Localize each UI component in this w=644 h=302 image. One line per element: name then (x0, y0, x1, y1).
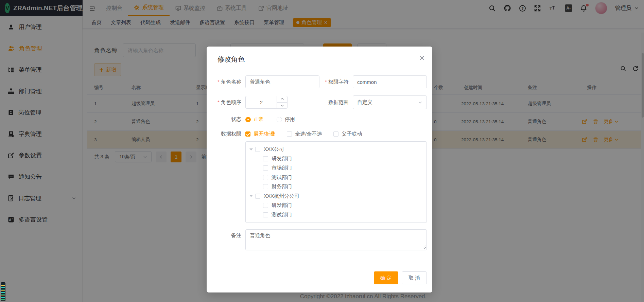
checkbox-icon[interactable] (263, 212, 268, 217)
checkbox-icon[interactable] (255, 194, 260, 199)
dialog-title: 修改角色 (212, 55, 427, 64)
checkbox-icon[interactable] (263, 175, 268, 180)
checkbox-icon (333, 131, 338, 137)
chevron-down-icon (418, 100, 422, 105)
remark-field-label: 备注 (212, 229, 245, 239)
stepper-up-icon[interactable] (277, 96, 287, 103)
tree-node-dept[interactable]: 测试部门 (246, 173, 427, 182)
edit-role-form: 角色名称 权限字符 角色顺序 2 数据范围 (212, 75, 427, 250)
role-name-input[interactable] (245, 75, 319, 88)
data-scope-field-label: 数据范围 (324, 99, 353, 106)
confirm-button[interactable]: 确 定 (374, 271, 398, 284)
radio-icon (245, 117, 251, 122)
tree-node-dept[interactable]: 测试部门 (246, 210, 427, 220)
radio-icon (277, 117, 282, 122)
tree-caret-icon[interactable] (249, 148, 253, 152)
stepper-down-icon[interactable] (277, 103, 287, 109)
perm-char-input[interactable] (353, 75, 427, 88)
expand-collapse-checkbox[interactable]: 展开/折叠 (245, 131, 275, 137)
perm-char-field-label: 权限字符 (324, 79, 353, 85)
close-icon[interactable]: ✕ (419, 55, 425, 61)
edit-role-dialog: 修改角色 ✕ 角色名称 权限字符 角色顺序 2 (207, 47, 432, 292)
role-name-field-label: 角色名称 (212, 79, 245, 85)
role-order-stepper[interactable]: 2 (245, 96, 288, 109)
checkbox-icon (245, 131, 250, 137)
checkbox-icon (287, 131, 292, 137)
data-perm-field-label: 数据权限 (212, 131, 245, 137)
checkbox-icon[interactable] (255, 147, 260, 152)
tree-node-dept[interactable]: 研发部门 (246, 201, 427, 210)
page: V ZRAdmin.NET后台管理 控制台 系统管理 系统监控 (0, 0, 644, 302)
checkbox-icon[interactable] (263, 184, 268, 189)
cancel-button[interactable]: 取 消 (402, 271, 427, 284)
remark-textarea[interactable]: 普通角色 (245, 229, 427, 250)
tree-node-branch-company[interactable]: XXX杭州分公司 (246, 192, 427, 201)
role-order-value: 2 (260, 100, 263, 105)
status-field-label: 状态 (212, 116, 245, 123)
tree-caret-icon[interactable] (249, 195, 253, 199)
resize-grip[interactable] (423, 246, 426, 249)
dialog-footer: 确 定 取 消 (374, 271, 427, 284)
tree-node-dept[interactable]: 财务部门 (246, 182, 427, 192)
parent-child-link-checkbox[interactable]: 父子联动 (333, 131, 362, 137)
select-all-checkbox[interactable]: 全选/全不选 (287, 131, 322, 137)
checkbox-icon[interactable] (263, 156, 268, 161)
tree-node-dept[interactable]: 研发部门 (246, 154, 427, 164)
checkbox-icon[interactable] (263, 165, 268, 171)
status-radio-disabled[interactable]: 停用 (277, 116, 295, 123)
tree-node-company[interactable]: XXX公司 (246, 145, 427, 154)
data-scope-select[interactable]: 自定义 (353, 95, 427, 109)
checkbox-icon[interactable] (263, 203, 268, 208)
corner-widget[interactable] (1, 282, 5, 301)
role-order-field-label: 角色顺序 (212, 99, 245, 106)
status-radio-normal[interactable]: 正常 (245, 116, 264, 123)
tree-node-dept[interactable]: 市场部门 (246, 163, 427, 173)
dept-tree: XXX公司 研发部门 市场部门 测试部门 (245, 141, 427, 223)
